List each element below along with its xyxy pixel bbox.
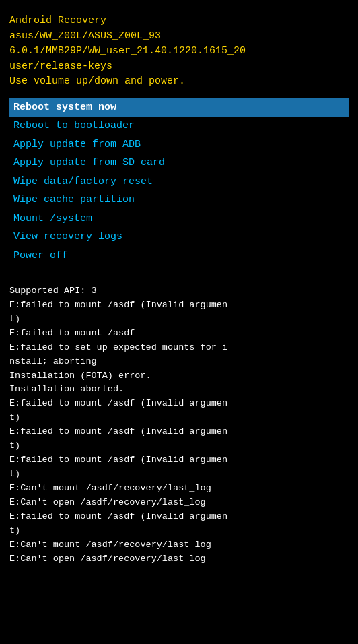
menu-item-5[interactable]: Wipe cache partition	[9, 191, 349, 210]
menu-item-7[interactable]: View recovery logs	[9, 228, 349, 247]
menu-item-4[interactable]: Wipe data/factory reset	[9, 172, 349, 191]
header-line5: Use volume up/down and power.	[9, 75, 185, 87]
log-output: Supported API: 3 E:failed to mount /asdf…	[9, 284, 349, 566]
header-line3: 6.0.1/MMB29P/WW_user_21.40.1220.1615_20	[9, 45, 246, 57]
menu-item-6[interactable]: Mount /system	[9, 210, 349, 228]
log-section: Supported API: 3 E:failed to mount /asdf…	[9, 284, 349, 635]
recovery-menu: Reboot system nowReboot to bootloaderApp…	[9, 98, 349, 266]
menu-item-8[interactable]: Power off	[9, 247, 349, 265]
header-text: Android Recovery asus/WW_Z00L/ASUS_Z00L_…	[9, 13, 349, 90]
header-line4: user/release-keys	[9, 61, 112, 72]
menu-item-3[interactable]: Apply update from SD card	[9, 154, 349, 172]
menu-item-2[interactable]: Apply update from ADB	[9, 135, 349, 154]
header-section: Android Recovery asus/WW_Z00L/ASUS_Z00L_…	[9, 13, 349, 90]
menu-item-1[interactable]: Reboot to bootloader	[9, 117, 349, 135]
header-line2: asus/WW_Z00L/ASUS_Z00L_93	[9, 30, 161, 42]
menu-item-0[interactable]: Reboot system now	[9, 98, 349, 117]
header-line1: Android Recovery	[9, 15, 106, 26]
android-recovery-screen: Android Recovery asus/WW_Z00L/ASUS_Z00L_…	[0, 0, 358, 644]
